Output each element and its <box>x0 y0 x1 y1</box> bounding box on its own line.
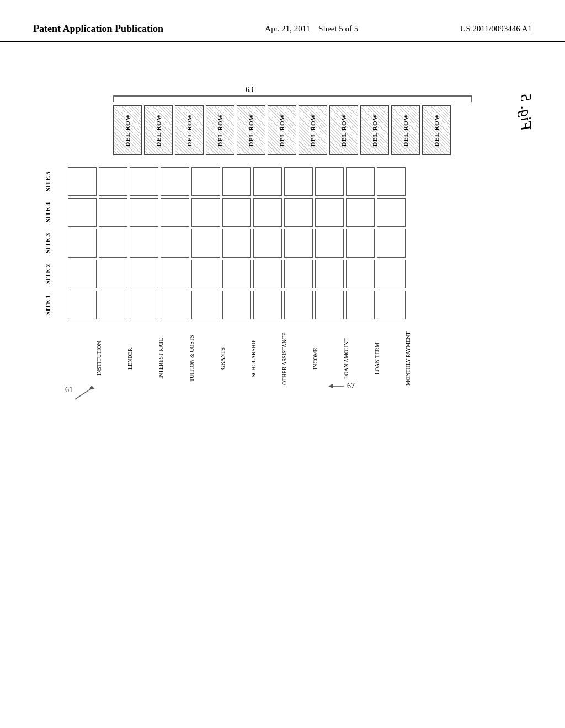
cell-site5-7[interactable] <box>253 167 282 196</box>
col-label-other-assistance: OTHER ASSISTANCE <box>281 323 310 394</box>
row-cells-site5 <box>68 167 406 196</box>
cell-site1-2[interactable] <box>99 291 127 319</box>
figure-label: Fig. 5 <box>517 94 535 131</box>
cell-site5-3[interactable] <box>130 167 158 196</box>
cell-site2-11[interactable] <box>377 260 406 288</box>
svg-marker-3 <box>328 384 333 388</box>
cell-site4-6[interactable] <box>222 198 251 227</box>
col-label-tuition-and-costs: TUITION & COSTS <box>189 323 217 394</box>
cell-site4-4[interactable] <box>161 198 189 227</box>
bracket-top <box>113 95 472 97</box>
cell-site2-6[interactable] <box>222 260 251 288</box>
col-label-loan-term: LOAN TERM <box>374 323 403 394</box>
del-row-label: DEL ROW <box>124 114 131 146</box>
row-label-site3: SITE 3 <box>33 229 63 258</box>
cell-site1-5[interactable] <box>191 291 220 319</box>
bracket-right <box>471 95 472 102</box>
cell-site3-2[interactable] <box>99 229 127 258</box>
cell-site3-10[interactable] <box>346 229 375 258</box>
grid-row-site2: SITE 2 <box>33 260 406 288</box>
del-row-label: DEL ROW <box>433 114 440 146</box>
del-row-button-2[interactable]: DEL ROW <box>144 105 173 155</box>
cell-site2-4[interactable] <box>161 260 189 288</box>
cell-site1-1[interactable] <box>68 291 97 319</box>
del-row-button-3[interactable]: DEL ROW <box>175 105 204 155</box>
row-label-site5: SITE 5 <box>33 167 63 196</box>
del-row-buttons: DEL ROWDEL ROWDEL ROWDEL ROWDEL ROWDEL R… <box>113 105 451 155</box>
header-date-sheet: Apr. 21, 2011 Sheet 5 of 5 <box>265 22 358 34</box>
cell-site4-8[interactable] <box>284 198 313 227</box>
cell-site2-7[interactable] <box>253 260 282 288</box>
del-row-button-10[interactable]: DEL ROW <box>391 105 420 155</box>
del-row-button-8[interactable]: DEL ROW <box>329 105 358 155</box>
cell-site2-5[interactable] <box>191 260 220 288</box>
del-row-label: DEL ROW <box>340 114 347 146</box>
cell-site2-2[interactable] <box>99 260 127 288</box>
cell-site4-11[interactable] <box>377 198 406 227</box>
data-grid: SITE 5 SITE 4 SITE 3 SITE 2 SITE 1 <box>33 167 406 322</box>
del-row-label: DEL ROW <box>371 114 378 146</box>
cell-site1-10[interactable] <box>346 291 375 319</box>
cell-site3-8[interactable] <box>284 229 313 258</box>
cell-site1-3[interactable] <box>130 291 158 319</box>
cell-site4-2[interactable] <box>99 198 127 227</box>
del-row-label: DEL ROW <box>279 114 285 146</box>
del-row-button-11[interactable]: DEL ROW <box>422 105 451 155</box>
grid-row-site4: SITE 4 <box>33 198 406 227</box>
cell-site4-10[interactable] <box>346 198 375 227</box>
cell-site3-9[interactable] <box>315 229 344 258</box>
publication-title: Patent Application Publication <box>33 22 163 36</box>
cell-site5-9[interactable] <box>315 167 344 196</box>
col-label-grants: GRANTS <box>220 323 248 394</box>
ref-63-label: 63 <box>246 85 253 94</box>
cell-site5-11[interactable] <box>377 167 406 196</box>
cell-site3-7[interactable] <box>253 229 282 258</box>
cell-site1-11[interactable] <box>377 291 406 319</box>
cell-site2-9[interactable] <box>315 260 344 288</box>
cell-site4-5[interactable] <box>191 198 220 227</box>
cell-site5-2[interactable] <box>99 167 127 196</box>
cell-site5-1[interactable] <box>68 167 97 196</box>
del-row-button-9[interactable]: DEL ROW <box>360 105 389 155</box>
cell-site1-6[interactable] <box>222 291 251 319</box>
cell-site1-4[interactable] <box>161 291 189 319</box>
del-row-button-1[interactable]: DEL ROW <box>113 105 142 155</box>
cell-site2-1[interactable] <box>68 260 97 288</box>
del-row-button-7[interactable]: DEL ROW <box>299 105 327 155</box>
cell-site4-9[interactable] <box>315 198 344 227</box>
cell-site1-8[interactable] <box>284 291 313 319</box>
cell-site4-7[interactable] <box>253 198 282 227</box>
cell-site2-10[interactable] <box>346 260 375 288</box>
cell-site1-9[interactable] <box>315 291 344 319</box>
cell-site3-3[interactable] <box>130 229 158 258</box>
cell-site3-1[interactable] <box>68 229 97 258</box>
cell-site4-3[interactable] <box>130 198 158 227</box>
cell-site4-1[interactable] <box>68 198 97 227</box>
cell-site3-6[interactable] <box>222 229 251 258</box>
row-cells-site1 <box>68 291 406 319</box>
del-row-button-4[interactable]: DEL ROW <box>206 105 234 155</box>
cell-site5-4[interactable] <box>161 167 189 196</box>
ref-67-label: 67 <box>347 382 355 390</box>
col-label-lender: LENDER <box>127 323 156 394</box>
row-cells-site4 <box>68 198 406 227</box>
del-row-label: DEL ROW <box>186 114 193 146</box>
cell-site2-3[interactable] <box>130 260 158 288</box>
grid-row-site5: SITE 5 <box>33 167 406 196</box>
cell-site2-8[interactable] <box>284 260 313 288</box>
del-row-button-6[interactable]: DEL ROW <box>268 105 296 155</box>
row-label-site1: SITE 1 <box>33 291 63 319</box>
row-cells-site2 <box>68 260 406 288</box>
ref-61-label: 61 <box>65 386 73 394</box>
cell-site5-10[interactable] <box>346 167 375 196</box>
cell-site3-5[interactable] <box>191 229 220 258</box>
cell-site5-5[interactable] <box>191 167 220 196</box>
cell-site3-11[interactable] <box>377 229 406 258</box>
page-header: Patent Application Publication Apr. 21, … <box>0 0 565 42</box>
del-row-button-5[interactable]: DEL ROW <box>237 105 265 155</box>
row-cells-site3 <box>68 229 406 258</box>
cell-site3-4[interactable] <box>161 229 189 258</box>
cell-site1-7[interactable] <box>253 291 282 319</box>
cell-site5-6[interactable] <box>222 167 251 196</box>
cell-site5-8[interactable] <box>284 167 313 196</box>
